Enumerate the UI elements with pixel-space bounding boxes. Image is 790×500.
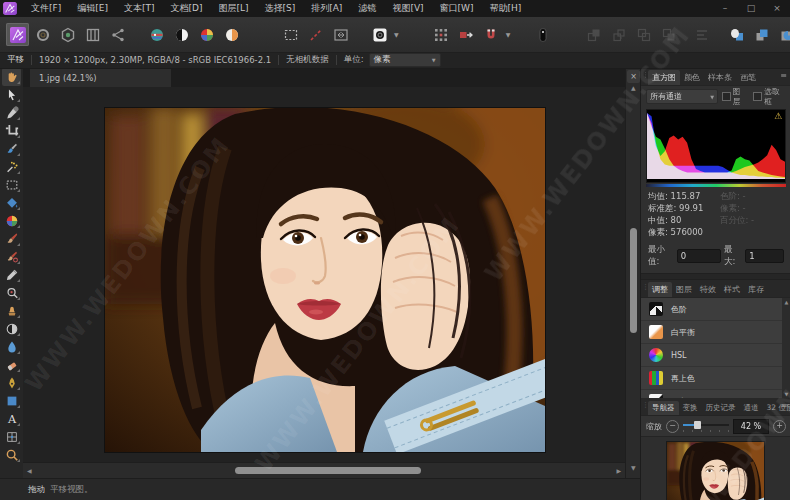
histogram-tab-3[interactable]: 画笔 (736, 70, 760, 85)
text-tool[interactable]: A (2, 410, 21, 428)
shape-tool[interactable] (2, 392, 21, 410)
channel-select[interactable]: 所有通道 ▼ (646, 89, 718, 104)
adjustment-item-3[interactable]: 再上色 (641, 367, 790, 389)
unit-select[interactable]: 像素 ▼ (369, 53, 441, 67)
menu-item-1[interactable]: 编辑[E] (69, 0, 116, 17)
scroll-right-icon[interactable]: ▶ (616, 467, 621, 474)
quick-mask-button[interactable] (329, 23, 352, 46)
vertical-scroll-thumb[interactable] (630, 228, 637, 333)
paint-brush-tool[interactable] (2, 230, 21, 248)
force-pixel-alignment-button[interactable] (455, 23, 478, 46)
auto-colours-button[interactable] (195, 23, 218, 46)
selection-brush-tool[interactable] (2, 140, 21, 158)
pen-tool[interactable] (2, 374, 21, 392)
navigator-tab-0[interactable]: 导航器 (648, 401, 679, 415)
adjustments-tab-0[interactable]: 调整 (648, 282, 672, 297)
layer-checkbox[interactable]: 图层 (722, 87, 747, 107)
auto-levels-button[interactable] (145, 23, 168, 46)
photo-persona-button[interactable] (6, 23, 29, 46)
menu-item-8[interactable]: 视图[V] (384, 0, 431, 17)
scroll-up-icon[interactable]: ▲ (631, 84, 636, 91)
insert-on-top-button[interactable] (750, 23, 773, 46)
menu-item-3[interactable]: 文档[D] (162, 0, 210, 17)
gradient-tool[interactable] (2, 212, 21, 230)
maximize-button[interactable]: □ (738, 0, 764, 17)
vertical-scrollbar[interactable]: ▲ ▼ (625, 68, 641, 478)
marquee-checkbox[interactable]: 选取框 (753, 87, 786, 107)
panel-drag-handle[interactable]: ⋮ (642, 283, 648, 291)
marquee-tool[interactable] (2, 176, 21, 194)
insert-inside-button[interactable] (775, 23, 790, 46)
menu-item-0[interactable]: 文件[F] (23, 0, 69, 17)
menu-item-2[interactable]: 文本[T] (116, 0, 163, 17)
menu-item-7[interactable]: 滤镜 (350, 0, 384, 17)
panel-drag-handle[interactable]: ⋮ (642, 71, 648, 79)
close-view-button[interactable]: × (627, 70, 640, 83)
auto-white-balance-button[interactable] (220, 23, 243, 46)
slider-handle[interactable] (694, 421, 701, 429)
dodge-brush-tool[interactable] (2, 320, 21, 338)
pixel-grid-button[interactable] (430, 23, 453, 46)
adjustment-item-2[interactable]: HSL (641, 344, 790, 366)
menu-item-10[interactable]: 帮助[H] (482, 0, 530, 17)
assistant-manager-button[interactable] (531, 23, 554, 46)
flood-fill-tool[interactable] (2, 194, 21, 212)
selection-edges-button[interactable] (279, 23, 302, 46)
adjustment-item-0[interactable]: 色阶 (641, 298, 790, 320)
export-persona-button[interactable] (106, 23, 129, 46)
vector-mask-dropdown-button[interactable] (368, 23, 391, 46)
min-input[interactable]: 0 (677, 249, 721, 263)
scroll-up-icon[interactable]: ▲ (785, 299, 789, 305)
erase-brush-tool[interactable] (2, 356, 21, 374)
panel-menu-icon[interactable]: ≡ (780, 71, 787, 80)
navigator-tab-1[interactable]: 变换 (679, 401, 702, 415)
zoom-tool[interactable] (2, 446, 21, 464)
insert-behind-button[interactable] (725, 23, 748, 46)
clone-brush-tool[interactable] (2, 302, 21, 320)
chevron-down-icon[interactable]: ▼ (506, 31, 511, 38)
navigator-thumbnail[interactable] (667, 442, 764, 500)
list-scrollbar[interactable]: ▲ ▼ (782, 298, 790, 398)
blemish-removal-tool[interactable] (2, 284, 21, 302)
liquify-persona-button[interactable] (31, 23, 54, 46)
zoom-out-button[interactable]: − (666, 420, 679, 433)
chevron-down-icon[interactable]: ▼ (394, 31, 399, 38)
colour-replacement-brush-tool[interactable] (2, 248, 21, 266)
navigator-preview-area[interactable] (641, 436, 790, 500)
document-tab[interactable]: 1.jpg (42.1%) (30, 67, 171, 87)
menu-item-9[interactable]: 窗口[W] (432, 0, 482, 17)
menu-item-4[interactable]: 图层[L] (210, 0, 256, 17)
scroll-down-icon[interactable]: ▼ (631, 464, 636, 471)
max-input[interactable]: 1 (745, 249, 784, 263)
adjustment-item-4[interactable]: 黑白 (641, 390, 790, 398)
tone-mapping-persona-button[interactable] (81, 23, 104, 46)
color-picker-tool[interactable] (2, 104, 21, 122)
histogram-tab-2[interactable]: 样本条 (704, 70, 736, 85)
menu-item-5[interactable]: 选择[S] (256, 0, 303, 17)
rotation-slash-button[interactable] (304, 23, 327, 46)
menu-item-6[interactable]: 排列[A] (303, 0, 350, 17)
navigator-tab-2[interactable]: 历史记录 (702, 401, 740, 415)
blur-tool[interactable] (2, 338, 21, 356)
close-button[interactable]: × (764, 0, 790, 17)
canvas-area[interactable] (23, 87, 625, 462)
adjustments-tab-4[interactable]: 库存 (744, 282, 768, 297)
horizontal-scrollbar[interactable]: ◀ ▶ (23, 462, 625, 479)
crop-tool[interactable] (2, 122, 21, 140)
horizontal-scroll-thumb[interactable] (235, 467, 421, 474)
histogram-tab-1[interactable]: 颜色 (680, 70, 704, 85)
snapping-magnet-button[interactable] (480, 23, 503, 46)
adjustments-tab-2[interactable]: 特效 (696, 282, 720, 297)
navigator-tab-3[interactable]: 通道 (740, 401, 763, 415)
auto-contrast-button[interactable] (170, 23, 193, 46)
adjustments-tab-1[interactable]: 图层 (672, 282, 696, 297)
panel-drag-handle[interactable]: ⋮ (642, 401, 648, 409)
move-tool[interactable] (2, 86, 21, 104)
zoom-value-input[interactable]: 42 % (733, 419, 769, 434)
mesh-warp-tool[interactable] (2, 428, 21, 446)
scroll-left-icon[interactable]: ◀ (27, 467, 32, 474)
flood-select-tool[interactable] (2, 158, 21, 176)
scroll-down-icon[interactable]: ▼ (785, 391, 789, 397)
zoom-in-button[interactable]: + (773, 420, 786, 433)
adjustment-item-1[interactable]: 白平衡 (641, 321, 790, 343)
